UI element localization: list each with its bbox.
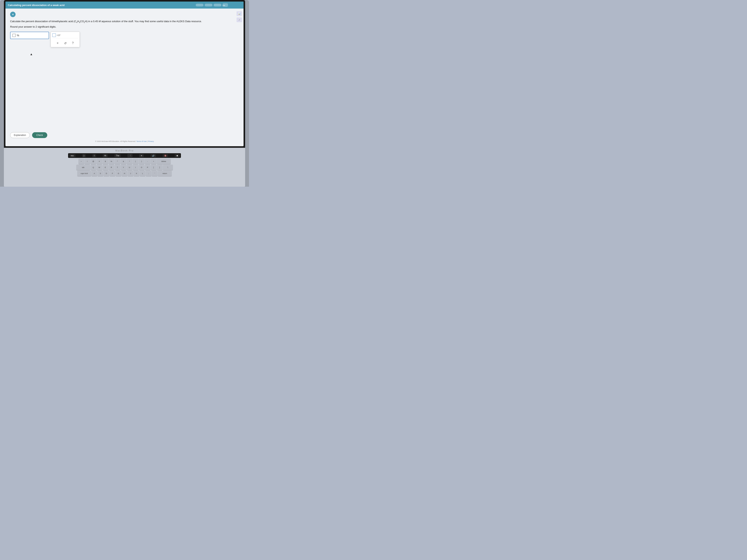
touchbar-paren: ) — [82, 154, 86, 157]
sidebar-icon-expand[interactable]: ⤢ — [236, 18, 242, 22]
key-lbrace[interactable]: [ — [151, 165, 156, 170]
footer-copyright: © 2020 McGraw-Hill Education. All Rights… — [95, 140, 136, 142]
key-percent[interactable]: % — [109, 159, 114, 164]
key-backslash[interactable]: \ — [163, 165, 173, 170]
key-d[interactable]: D — [104, 171, 109, 176]
key-o[interactable]: O — [139, 165, 144, 170]
key-return[interactable]: return — [158, 171, 172, 176]
key-l[interactable]: L — [140, 171, 145, 176]
expand-icon: ⤢ — [238, 19, 240, 21]
sci-buttons: × ↺ ? — [52, 40, 78, 46]
key-g[interactable]: G — [116, 171, 121, 176]
key-y[interactable]: Y — [121, 165, 126, 170]
key-delete[interactable]: delete — [157, 159, 171, 164]
progress-pill-1 — [196, 4, 204, 6]
sci-notation-top: ×10□ — [52, 33, 78, 38]
footer-terms[interactable]: Terms of Use — [136, 140, 147, 142]
right-sidebar: 📊 ⤢ — [236, 11, 242, 22]
answer-area: % ×10□ × ↺ ? — [10, 32, 239, 47]
key-q[interactable]: Q — [91, 165, 96, 170]
page-title: Calculating percent dissociation of a we… — [8, 4, 65, 7]
key-f[interactable]: F — [110, 171, 115, 176]
touchbar-mute[interactable]: 🔇 — [163, 154, 168, 157]
keyboard-row-3: caps lock A S D F G H J K L ; ' return — [77, 171, 172, 176]
key-exclaim[interactable]: ! — [85, 159, 90, 164]
key-plus[interactable]: + — [151, 159, 156, 164]
key-u[interactable]: U — [127, 165, 132, 170]
key-j[interactable]: J — [128, 171, 133, 176]
key-tilde[interactable]: ~ — [79, 159, 84, 164]
answer-input-wrapper[interactable]: % — [10, 32, 49, 39]
touchbar-camera[interactable]: ⏺ — [175, 154, 180, 157]
key-k[interactable]: K — [134, 171, 139, 176]
sci-notation-popup: ×10□ × ↺ ? — [51, 32, 80, 47]
key-semicolon[interactable]: ; — [146, 171, 151, 176]
key-minus[interactable]: - — [145, 159, 150, 164]
key-i[interactable]: I — [133, 165, 138, 170]
sci-close-btn[interactable]: × — [55, 41, 59, 45]
screen-content: Calculating percent dissociation of a we… — [5, 2, 243, 146]
problem-statement: Calculate the percent dissociation of tr… — [10, 20, 239, 24]
percent-label: % — [17, 34, 19, 37]
footer-privacy[interactable]: Privacy — [148, 140, 154, 142]
key-s[interactable]: S — [98, 171, 103, 176]
key-dollar[interactable]: $ — [103, 159, 108, 164]
keyboard-row-2: tab Q W E R T Y U I O P [ ] \ — [76, 165, 173, 170]
key-hash[interactable]: # — [97, 159, 102, 164]
key-e[interactable]: E — [103, 165, 108, 170]
touchbar-hi: Hi — [103, 154, 108, 157]
explanation-button[interactable]: Explanation — [10, 132, 30, 138]
answer-input-box[interactable] — [12, 34, 16, 37]
key-t[interactable]: T — [115, 165, 120, 170]
key-a[interactable]: A — [92, 171, 97, 176]
key-quote[interactable]: ' — [152, 171, 157, 176]
sci-notation-label: ×10□ — [57, 34, 61, 36]
key-caps[interactable]: caps lock — [77, 171, 91, 176]
key-tab[interactable]: tab — [76, 165, 90, 170]
sci-input-box[interactable] — [52, 33, 56, 37]
touchbar: esc ) I Hi The 〈 ✳ 🔊 🔇 ⏺ — [68, 153, 181, 158]
screen-bezel: Calculating percent dissociation of a we… — [4, 0, 245, 148]
progress-pill-2 — [205, 4, 212, 6]
keyboard-area: MacBook Pro esc ) I Hi The 〈 ✳ 🔊 🔇 ⏺ ~ !… — [4, 148, 245, 187]
key-rparen[interactable]: ) — [139, 159, 144, 164]
main-content: ▾ Calculate the percent dissociation of … — [5, 8, 243, 55]
screen-footer: © 2020 McGraw-Hill Education. All Rights… — [5, 140, 243, 142]
touchbar-angle: 〈 — [127, 154, 132, 157]
key-caret[interactable]: ^ — [115, 159, 120, 164]
round-instructions: Round your answer to 2 significant digit… — [10, 25, 239, 28]
macbook-label: MacBook Pro — [115, 149, 134, 152]
key-amp[interactable]: & — [121, 159, 126, 164]
key-h[interactable]: H — [122, 171, 127, 176]
key-r[interactable]: R — [109, 165, 114, 170]
key-star[interactable]: * — [127, 159, 132, 164]
problem-text-part1: Calculate the percent dissociation of tr… — [10, 20, 202, 23]
laptop-shell: Calculating percent dissociation of a we… — [0, 0, 249, 187]
check-button[interactable]: Check — [32, 132, 47, 138]
touchbar-vol[interactable]: 🔊 — [151, 154, 156, 157]
keyboard-row-1: ~ ! @ # $ % ^ & * ( ) - + delete — [79, 159, 171, 164]
bottom-actions: Explanation Check — [10, 132, 47, 138]
sci-undo-btn[interactable]: ↺ — [63, 41, 68, 46]
key-p[interactable]: P — [145, 165, 150, 170]
key-w[interactable]: W — [97, 165, 102, 170]
sci-help-btn[interactable]: ? — [71, 41, 75, 45]
aleks-button[interactable]: Ale — [223, 3, 228, 7]
key-lparen[interactable]: ( — [133, 159, 138, 164]
top-bar-controls: Ale — [196, 3, 228, 7]
chevron-dropdown[interactable]: ▾ — [10, 12, 16, 17]
key-rbrace[interactable]: ] — [157, 165, 162, 170]
touchbar-the: The — [114, 154, 121, 157]
sidebar-icon-chart[interactable]: 📊 — [236, 11, 242, 16]
progress-pill-3 — [213, 4, 222, 6]
chart-icon: 📊 — [238, 12, 240, 15]
touchbar-gear[interactable]: ✳ — [139, 154, 144, 157]
touchbar-esc[interactable]: esc — [69, 154, 76, 157]
top-bar: Calculating percent dissociation of a we… — [5, 2, 243, 8]
touchbar-pipe: I — [93, 154, 96, 157]
key-at[interactable]: @ — [91, 159, 96, 164]
